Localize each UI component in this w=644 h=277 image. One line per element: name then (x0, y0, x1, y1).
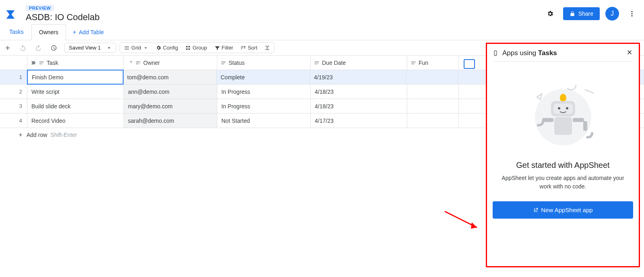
column-header-fun[interactable]: Fun (407, 56, 459, 70)
column-header-task[interactable]: Task (27, 56, 124, 70)
sort-button[interactable]: Sort (239, 44, 259, 52)
cell-status[interactable]: Not Started (217, 114, 311, 128)
svg-point-1 (632, 13, 633, 14)
row-number: 2 (0, 85, 27, 99)
app-title[interactable]: ASDB: IO Codelab (26, 12, 99, 23)
cell-extra[interactable] (459, 114, 475, 128)
list-icon (124, 45, 130, 51)
column-header-owner[interactable]: Owner (124, 56, 217, 70)
cell-status[interactable]: In Progress (217, 85, 311, 99)
cell-due-date[interactable]: 4/19/23 (310, 70, 407, 84)
row-height-button[interactable] (263, 44, 272, 52)
lock-icon (570, 11, 575, 17)
appsheet-logo-icon (3, 7, 18, 22)
history-button[interactable] (47, 42, 60, 54)
selected-column-indicator (464, 59, 475, 69)
add-button[interactable] (2, 42, 14, 54)
cell-owner[interactable]: ann@demo.com (124, 85, 217, 99)
tab-tasks[interactable]: Tasks (2, 24, 31, 40)
panel-body: Get started with AppSheet AppSheet let y… (493, 62, 633, 219)
settings-button[interactable] (543, 6, 557, 21)
panel-heading: Get started with AppSheet (516, 161, 609, 170)
row-number: 3 (0, 99, 27, 113)
close-icon (626, 49, 633, 56)
panel-header: Apps using Tasks (493, 49, 633, 62)
text-icon (135, 60, 141, 66)
cell-extra[interactable] (459, 85, 475, 99)
close-panel-button[interactable] (626, 49, 633, 57)
cell-task[interactable]: Write script (27, 85, 124, 99)
share-button[interactable]: Share (563, 7, 600, 20)
cell-status[interactable]: Complete (217, 70, 310, 84)
more-vert-icon (628, 10, 636, 17)
chevron-down-icon (106, 45, 112, 51)
redo-icon (35, 44, 42, 52)
table-tabs-row: Tasks Owners Add Table (0, 24, 644, 40)
cell-owner[interactable]: tom@demo.com (123, 70, 217, 84)
gear-icon (547, 10, 554, 17)
smartphone-icon (493, 50, 498, 56)
svg-rect-19 (583, 121, 587, 131)
cell-owner[interactable]: sarah@demo.com (124, 114, 217, 128)
cell-extra[interactable] (459, 99, 475, 113)
panel-title: Apps using Tasks (502, 49, 622, 57)
user-avatar[interactable]: J (605, 7, 619, 21)
svg-rect-18 (573, 118, 584, 122)
cell-task[interactable]: Build slide deck (27, 99, 124, 113)
cell-fun[interactable] (407, 114, 459, 128)
robot-illustration (523, 73, 603, 153)
add-table-button[interactable]: Add Table (66, 29, 109, 35)
group-icon (185, 45, 191, 51)
undo-icon (19, 44, 27, 52)
text-icon (411, 60, 416, 66)
cell-due-date[interactable]: 4/18/23 (311, 85, 407, 99)
open-in-new-icon (533, 207, 539, 213)
svg-point-13 (558, 107, 560, 110)
cell-status[interactable]: In Progress (217, 99, 311, 113)
logo-title-area: PREVIEW ASDB: IO Codelab (3, 5, 99, 23)
cell-fun[interactable] (407, 99, 459, 113)
row-height-icon (264, 45, 270, 51)
row-number-header (0, 56, 27, 70)
label-icon (31, 60, 36, 66)
saved-view-label: Saved View 1 (69, 45, 101, 51)
text-icon (39, 60, 44, 66)
group-button[interactable]: Group (184, 44, 208, 52)
header: PREVIEW ASDB: IO Codelab Share J (0, 0, 644, 24)
tab-owners[interactable]: Owners (31, 24, 66, 40)
filter-button[interactable]: Filter (213, 44, 235, 52)
sort-icon (240, 45, 246, 51)
cell-owner[interactable]: mary@demo.com (124, 99, 217, 113)
new-appsheet-app-button[interactable]: New AppSheet app (493, 201, 633, 219)
text-icon (221, 60, 226, 66)
view-options-group: Grid Config Group Filter Sort (120, 42, 275, 53)
cell-task[interactable]: Finish Demo (27, 70, 124, 85)
plus-icon (4, 44, 11, 52)
filter-icon (215, 45, 220, 51)
cell-due-date[interactable]: 4/17/23 (311, 114, 407, 128)
annotation-arrow (443, 209, 483, 235)
saved-view-dropdown[interactable]: Saved View 1 (64, 43, 116, 53)
column-header-status[interactable]: Status (217, 56, 311, 70)
more-menu-button[interactable] (625, 6, 639, 21)
svg-point-0 (632, 11, 633, 12)
cell-task[interactable]: Record Video (27, 114, 124, 128)
svg-point-10 (560, 94, 566, 102)
add-table-label: Add Table (79, 29, 104, 35)
column-header-extra[interactable] (459, 56, 475, 70)
svg-point-8 (566, 80, 576, 90)
config-button[interactable]: Config (154, 44, 180, 52)
plus-icon (18, 132, 23, 138)
undo-button[interactable] (17, 42, 29, 54)
panel-description: AppSheet let you create apps and automat… (493, 174, 633, 191)
plus-icon (72, 29, 77, 35)
cell-fun[interactable] (407, 85, 459, 99)
redo-button[interactable] (32, 42, 44, 54)
cell-extra[interactable] (458, 70, 474, 84)
column-header-due-date[interactable]: Due Date (311, 56, 407, 70)
grid-view-button[interactable]: Grid (122, 44, 150, 52)
cell-due-date[interactable]: 4/18/23 (311, 99, 407, 113)
cell-fun[interactable] (407, 70, 458, 84)
text-icon (314, 60, 320, 66)
header-right: Share J (543, 6, 639, 21)
